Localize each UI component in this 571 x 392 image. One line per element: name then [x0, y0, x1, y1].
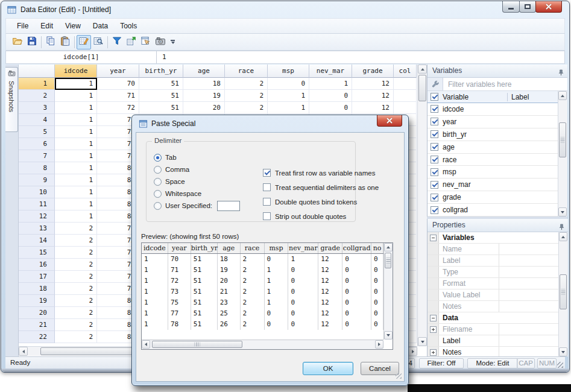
- grid-cell[interactable]: 2: [55, 223, 97, 235]
- variable-checkbox[interactable]: [431, 118, 438, 125]
- grid-cell[interactable]: 72: [97, 102, 139, 114]
- variable-checkbox[interactable]: [431, 206, 438, 214]
- row-number[interactable]: 4: [19, 114, 55, 126]
- grid-cell[interactable]: 12: [352, 78, 394, 90]
- filter-variables-input[interactable]: [443, 78, 567, 90]
- property-row[interactable]: Name: [427, 244, 558, 255]
- user-specified-input[interactable]: [217, 201, 240, 211]
- titlebar[interactable]: Data Editor (Edit) - [Untitled]: [1, 1, 569, 18]
- row-number[interactable]: 21: [19, 319, 55, 331]
- row-number[interactable]: 6: [19, 138, 55, 150]
- cell-reference[interactable]: idcode[1]: [6, 51, 157, 63]
- grid-column-header[interactable]: year: [97, 65, 139, 78]
- snapshots-tab[interactable]: Snapshots: [5, 67, 18, 132]
- property-row[interactable]: Format: [427, 278, 558, 289]
- snapshot-button[interactable]: [153, 35, 168, 49]
- status-segment-mode-edit[interactable]: Mode: Edit: [467, 358, 518, 368]
- grid-cell[interactable]: 2: [55, 259, 97, 271]
- dialog-resize-grip[interactable]: [396, 373, 402, 379]
- grid-cell[interactable]: 2: [55, 235, 97, 247]
- copy-button[interactable]: [43, 35, 58, 49]
- status-segment-filter-off[interactable]: Filter: Off: [419, 358, 464, 368]
- row-number[interactable]: 19: [19, 295, 55, 307]
- toolbar-overflow-button[interactable]: [171, 40, 175, 44]
- variable-list-item[interactable]: collgrad: [427, 204, 558, 217]
- grid-column-header[interactable]: race: [225, 65, 268, 78]
- open-button[interactable]: [10, 35, 25, 49]
- variable-checkbox[interactable]: [431, 181, 438, 189]
- ok-button[interactable]: OK: [303, 362, 353, 375]
- radio-button[interactable]: [154, 166, 162, 174]
- variable-list-item[interactable]: msp: [427, 166, 558, 179]
- row-number[interactable]: 13: [19, 223, 55, 235]
- variable-properties-button[interactable]: [139, 35, 153, 49]
- dialog-close-button[interactable]: [377, 115, 402, 127]
- scrollbar-thumb[interactable]: [418, 75, 426, 101]
- expand-icon[interactable]: [430, 349, 437, 356]
- grid-cell[interactable]: 1: [268, 102, 309, 114]
- grid-cell[interactable]: 0: [309, 90, 352, 102]
- variable-list-item[interactable]: race: [427, 154, 558, 166]
- radio-button[interactable]: [154, 202, 162, 210]
- expand-icon[interactable]: [430, 326, 437, 333]
- insert-variable-button[interactable]: [124, 35, 139, 49]
- grid-cell[interactable]: 1: [55, 90, 97, 102]
- variable-checkbox[interactable]: [431, 105, 438, 113]
- checkbox[interactable]: [263, 169, 271, 177]
- variable-checkbox[interactable]: [431, 194, 438, 201]
- variable-list-item[interactable]: year: [427, 116, 558, 128]
- paste-option[interactable]: Treat first row as variable names: [263, 169, 379, 177]
- grid-column-header[interactable]: col: [394, 65, 417, 78]
- paste-option[interactable]: Double quotes bind tokens: [263, 198, 379, 206]
- scrollbar-thumb[interactable]: [152, 341, 242, 348]
- paste-button[interactable]: [58, 35, 72, 49]
- grid-cell[interactable]: 2: [225, 102, 268, 114]
- grid-cell[interactable]: 0: [268, 78, 309, 90]
- row-number[interactable]: 3: [19, 102, 55, 114]
- property-row[interactable]: Value Label: [427, 289, 558, 301]
- menu-file[interactable]: File: [11, 19, 34, 33]
- grid-cell[interactable]: 1: [55, 138, 97, 150]
- resize-grip[interactable]: [557, 362, 563, 368]
- grid-column-header[interactable]: grade: [352, 65, 394, 78]
- row-number[interactable]: 1: [19, 78, 55, 90]
- grid-cell[interactable]: 12: [352, 102, 394, 114]
- grid-cell[interactable]: 12: [352, 90, 394, 102]
- menu-data[interactable]: Data: [87, 19, 114, 33]
- properties-group-data[interactable]: Data: [427, 312, 558, 324]
- scrollbar-thumb[interactable]: [560, 274, 567, 309]
- cancel-button[interactable]: Cancel: [361, 362, 399, 375]
- row-number[interactable]: 9: [19, 174, 55, 186]
- grid-column-header[interactable]: nev_mar: [309, 65, 352, 78]
- checkbox[interactable]: [263, 183, 271, 191]
- properties-scrollbar[interactable]: [558, 232, 568, 356]
- grid-column-header[interactable]: age: [183, 65, 225, 78]
- cell-value-input[interactable]: 1: [157, 51, 564, 63]
- grid-cell[interactable]: 2: [225, 78, 268, 90]
- property-row[interactable]: Type: [427, 267, 558, 278]
- property-row[interactable]: Notes: [427, 301, 558, 312]
- grid-cell[interactable]: 1: [55, 174, 97, 186]
- save-button[interactable]: [25, 35, 39, 49]
- variable-checkbox[interactable]: [431, 168, 438, 176]
- row-number[interactable]: 20: [19, 307, 55, 319]
- grid-cell[interactable]: 1: [55, 114, 97, 126]
- pin-icon[interactable]: [558, 68, 564, 80]
- variable-list-item[interactable]: birth_yr: [427, 128, 558, 141]
- grid-cell[interactable]: 2: [55, 295, 97, 307]
- edit-mode-button[interactable]: [77, 35, 91, 49]
- grid-corner[interactable]: [19, 65, 55, 78]
- variable-list-item[interactable]: nev_mar: [427, 179, 558, 191]
- close-button[interactable]: [535, 1, 562, 13]
- checkbox[interactable]: [263, 212, 271, 220]
- radio-button[interactable]: [154, 178, 162, 186]
- menu-view[interactable]: View: [59, 19, 87, 33]
- variable-checkbox[interactable]: [431, 130, 438, 138]
- grid-cell[interactable]: 2: [225, 90, 268, 102]
- grid-cell[interactable]: [394, 102, 417, 114]
- checkbox[interactable]: [263, 198, 271, 206]
- grid-cell[interactable]: 51: [139, 102, 183, 114]
- grid-cell[interactable]: 1: [55, 162, 97, 174]
- scrollbar-thumb[interactable]: [559, 122, 566, 157]
- radio-button[interactable]: [154, 190, 162, 198]
